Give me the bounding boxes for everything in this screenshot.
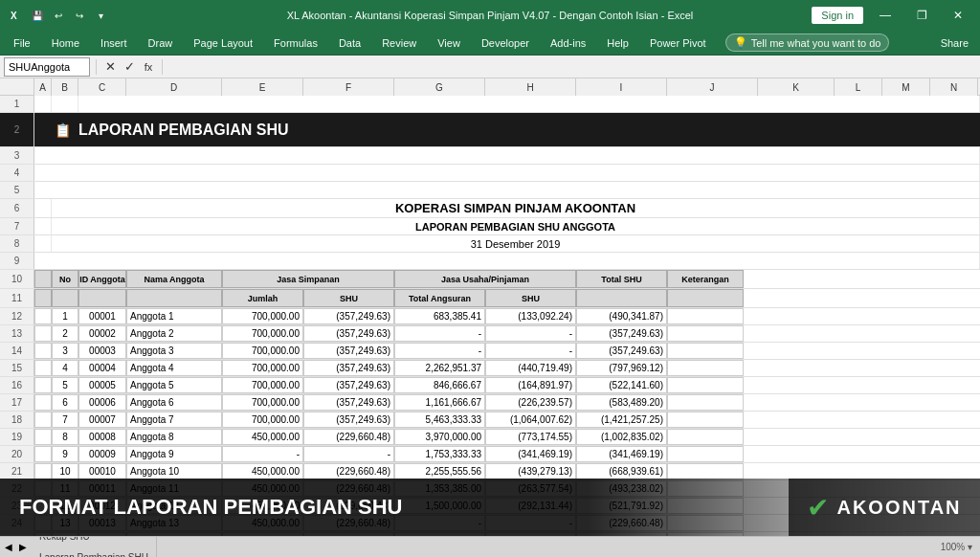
cell-shu1[interactable]: - <box>303 446 394 462</box>
cell-ket[interactable] <box>667 360 744 376</box>
cell-nama[interactable]: Anggota 7 <box>126 412 222 428</box>
cell-ket[interactable] <box>667 343 744 359</box>
cell-ket[interactable] <box>667 463 744 479</box>
cell-shu2[interactable]: - <box>485 325 576 342</box>
report-date-cell[interactable]: 31 Desember 2019 <box>52 235 980 252</box>
cell-id[interactable]: 00007 <box>78 412 126 428</box>
th-jasa-usaha[interactable]: Jasa Usaha/Pinjaman <box>394 270 576 288</box>
cell-1b[interactable] <box>52 96 78 112</box>
tab-formulas[interactable]: Formulas <box>264 34 327 52</box>
tell-me-bar[interactable]: 💡 Tell me what you want to do <box>725 33 890 52</box>
cell-jumlah[interactable]: 700,000.00 <box>222 308 303 324</box>
cell-shu1[interactable]: (357,249.63) <box>303 343 394 359</box>
scroll-tabs-right[interactable]: ▶ <box>16 541 30 553</box>
confirm-formula-btn[interactable]: ✓ <box>122 59 137 74</box>
th-no[interactable]: No <box>52 270 78 288</box>
cell-angsuran[interactable]: 2,262,951.37 <box>394 360 485 376</box>
cell-2a[interactable] <box>34 113 52 146</box>
th-ket[interactable]: Keterangan <box>667 270 744 288</box>
cell-total-shu[interactable]: (583,489.20) <box>576 394 667 411</box>
cell-8a[interactable] <box>34 235 52 252</box>
cell-no[interactable]: 1 <box>52 308 78 324</box>
tab-view[interactable]: View <box>428 34 470 52</box>
cell-id[interactable]: 00008 <box>78 429 126 445</box>
cell-no[interactable]: 3 <box>52 343 78 359</box>
cell-11c[interactable] <box>78 289 126 307</box>
cell-ket[interactable] <box>667 308 744 324</box>
save-quick-icon[interactable]: 💾 <box>29 7 46 24</box>
tab-home[interactable]: Home <box>42 34 89 52</box>
cell-ket[interactable] <box>667 325 744 342</box>
cell-ket[interactable] <box>667 394 744 411</box>
cell-id[interactable]: 00010 <box>78 463 126 479</box>
cell-4[interactable] <box>34 165 980 181</box>
col-header-c[interactable]: C <box>78 78 126 96</box>
th-shu-usaha[interactable]: SHU <box>485 289 576 307</box>
cell-jumlah[interactable]: 450,000.00 <box>222 463 303 479</box>
formula-input[interactable] <box>168 61 976 73</box>
tab-review[interactable]: Review <box>372 34 426 52</box>
sign-in-button[interactable]: Sign in <box>812 7 863 24</box>
cell-nama[interactable]: Anggota 9 <box>126 446 222 462</box>
cell-17-a[interactable] <box>34 394 52 411</box>
cell-11j[interactable] <box>576 289 667 307</box>
cell-21-a[interactable] <box>34 463 52 479</box>
cell-angsuran[interactable]: 1,161,666.67 <box>394 394 485 411</box>
cell-14-a[interactable] <box>34 343 52 359</box>
cell-15-a[interactable] <box>34 360 52 376</box>
cell-7a[interactable] <box>34 218 52 234</box>
cell-no[interactable]: 8 <box>52 429 78 445</box>
cell-11b[interactable] <box>52 289 78 307</box>
th-total-shu[interactable]: Total SHU <box>576 270 667 288</box>
report-title-cell[interactable]: 📋 LAPORAN PEMBAGIAN SHU <box>52 113 980 146</box>
cell-11d[interactable] <box>126 289 222 307</box>
cell-total-shu[interactable]: (357,249.63) <box>576 343 667 359</box>
cell-shu2[interactable]: (226,239.57) <box>485 394 576 411</box>
cell-shu2[interactable]: - <box>485 343 576 359</box>
cell-shu1[interactable]: (357,249.63) <box>303 360 394 376</box>
tab-insert[interactable]: Insert <box>91 34 137 52</box>
cell-no[interactable]: 9 <box>52 446 78 462</box>
cell-no[interactable]: 2 <box>52 325 78 342</box>
cell-id[interactable]: 00001 <box>78 308 126 324</box>
customize-icon[interactable]: ▾ <box>92 7 109 24</box>
col-header-n[interactable]: N <box>930 78 978 96</box>
col-header-l[interactable]: L <box>835 78 882 96</box>
sheet-tab-laporan-pembagian-shu[interactable]: Laporan Pembagian SHU <box>32 547 157 558</box>
cell-jumlah[interactable]: 700,000.00 <box>222 325 303 342</box>
th-jasa-simpanan[interactable]: Jasa Simpanan <box>222 270 394 288</box>
cell-shu1[interactable]: (229,660.48) <box>303 429 394 445</box>
cell-total-shu[interactable]: (668,939.61) <box>576 463 667 479</box>
cell-16-a[interactable] <box>34 377 52 393</box>
col-header-b[interactable]: B <box>52 78 78 96</box>
cell-ket[interactable] <box>667 377 744 393</box>
th-id[interactable]: ID Anggota <box>78 270 126 288</box>
report-subtitle-cell[interactable]: LAPORAN PEMBAGIAN SHU ANGGOTA <box>52 218 980 234</box>
undo-icon[interactable]: ↩ <box>50 7 67 24</box>
cell-jumlah[interactable]: 700,000.00 <box>222 343 303 359</box>
cell-ket[interactable] <box>667 412 744 428</box>
cell-id[interactable]: 00005 <box>78 377 126 393</box>
cell-ket[interactable] <box>667 446 744 462</box>
cell-shu1[interactable]: (357,249.63) <box>303 308 394 324</box>
cell-total-shu[interactable]: (797,969.12) <box>576 360 667 376</box>
tab-page-layout[interactable]: Page Layout <box>184 34 262 52</box>
cell-no[interactable]: 5 <box>52 377 78 393</box>
cell-shu1[interactable]: (229,660.48) <box>303 463 394 479</box>
cell-18-a[interactable] <box>34 412 52 428</box>
th-jumlah[interactable]: Jumlah <box>222 289 303 307</box>
share-button[interactable]: Share <box>933 37 976 49</box>
cell-id[interactable]: 00003 <box>78 343 126 359</box>
col-header-j[interactable]: J <box>667 78 758 96</box>
cell-angsuran[interactable]: - <box>394 325 485 342</box>
minimize-button[interactable]: — <box>871 6 900 25</box>
cell-shu2[interactable]: (1,064,007.62) <box>485 412 576 428</box>
cell-shu2[interactable]: (164,891.97) <box>485 377 576 393</box>
col-header-g[interactable]: G <box>394 78 485 96</box>
sheet-tab-rekap-shu[interactable]: Rekap SHU <box>32 536 157 547</box>
cell-5[interactable] <box>34 182 980 198</box>
cell-angsuran[interactable]: 1,753,333.33 <box>394 446 485 462</box>
close-button[interactable]: ✕ <box>944 6 972 25</box>
cell-6a[interactable] <box>34 199 52 217</box>
cell-shu1[interactable]: (357,249.63) <box>303 394 394 411</box>
